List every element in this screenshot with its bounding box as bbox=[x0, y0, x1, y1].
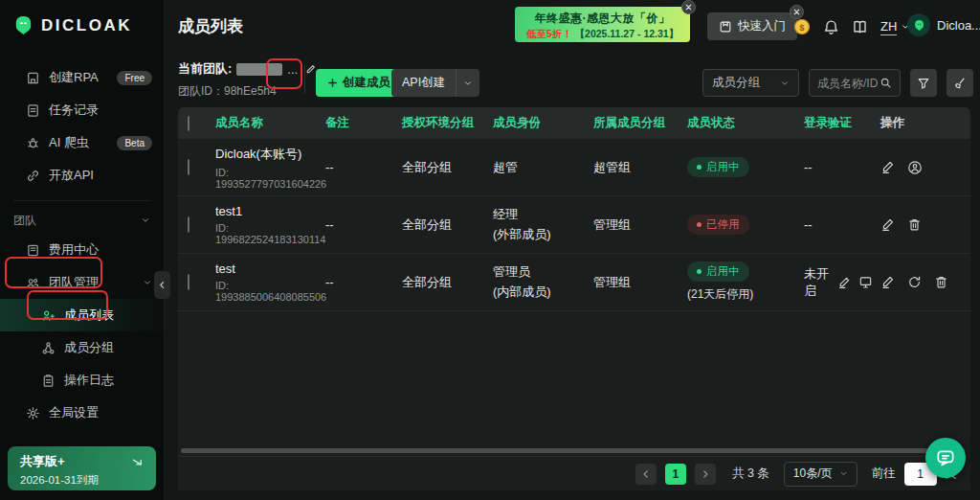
member-group: 超管组 bbox=[593, 159, 687, 176]
table-row: test ID: 1993885006408085506 -- 全部分组 管理员… bbox=[178, 254, 970, 311]
status-badge: 启用中 bbox=[687, 261, 749, 282]
monitor-icon[interactable] bbox=[858, 275, 873, 289]
login-verify: 未开启 bbox=[804, 265, 830, 300]
filter-button[interactable] bbox=[910, 69, 937, 97]
svg-text:$: $ bbox=[799, 22, 805, 33]
org-group-icon bbox=[41, 341, 56, 355]
member-search-input[interactable] bbox=[817, 77, 880, 90]
language-switcher[interactable]: ZH bbox=[880, 19, 910, 35]
user-menu[interactable]: Dicloa... bbox=[907, 13, 980, 36]
api-create-dropdown[interactable] bbox=[456, 69, 479, 97]
col-header-actions: 操作 bbox=[880, 115, 970, 131]
delete-icon[interactable] bbox=[934, 275, 948, 289]
chevron-down-icon bbox=[143, 278, 152, 287]
member-name: test1 bbox=[215, 204, 318, 218]
horizontal-scrollbar[interactable] bbox=[181, 448, 965, 453]
brand-logo[interactable]: DICLOAK bbox=[0, 0, 164, 36]
page-number-button[interactable]: 1 bbox=[665, 464, 686, 485]
member-name: Dicloak(本账号) bbox=[215, 146, 318, 163]
member-table: 成员名称 备注 授权环境分组 成员身份 所属成员分组 成员状态 登录验证 操作 … bbox=[178, 107, 970, 490]
sidebar-item-label: AI 爬虫 bbox=[49, 134, 89, 151]
member-group-select[interactable]: 成员分组 bbox=[702, 69, 799, 97]
bell-icon[interactable] bbox=[823, 19, 839, 35]
profile-icon[interactable] bbox=[907, 160, 923, 175]
coin-icon[interactable]: $ bbox=[793, 18, 811, 35]
api-create-button[interactable]: API创建 bbox=[391, 69, 479, 97]
plan-title: 共享版+ bbox=[20, 453, 65, 470]
delete-icon[interactable] bbox=[907, 217, 922, 232]
promo-period: 【2025.11.27 - 12.31】 bbox=[575, 28, 679, 39]
member-identity: 管理员 bbox=[493, 263, 586, 281]
sidebar-item-label: 任务记录 bbox=[49, 102, 99, 119]
dicloak-mask-icon bbox=[12, 14, 34, 36]
member-env-group: 全部分组 bbox=[402, 216, 493, 234]
plan-card[interactable]: 共享版+ 2026-01-31到期 bbox=[8, 446, 156, 490]
login-verify: -- bbox=[804, 217, 880, 232]
member-note: -- bbox=[325, 275, 402, 289]
sidebar-item-team-management[interactable]: 团队管理 bbox=[0, 266, 164, 299]
pagination-bar: 1 共 3 条 10条/页 前往 页 bbox=[178, 456, 970, 490]
promo-title: 年终盛惠·感恩大放「价」 bbox=[515, 11, 690, 27]
promo-banner[interactable]: 年终盛惠·感恩大放「价」 低至5折！ 【2025.11.27 - 12.31】 bbox=[515, 7, 690, 42]
prev-page-button[interactable] bbox=[635, 464, 657, 485]
sidebar-item-task-log[interactable]: 任务记录 bbox=[0, 94, 164, 126]
sidebar-item-label: 全局设置 bbox=[49, 404, 99, 421]
quick-start-close-icon[interactable] bbox=[790, 5, 804, 19]
sidebar-item-global-settings[interactable]: 全局设置 bbox=[0, 397, 164, 429]
member-list-icon bbox=[41, 308, 56, 323]
member-identity: 超管 bbox=[493, 159, 593, 176]
table-header-row: 成员名称 备注 授权环境分组 成员身份 所属成员分组 成员状态 登录验证 操作 bbox=[178, 107, 970, 139]
sidebar-section-team[interactable]: 团队 bbox=[0, 207, 164, 234]
page-size-select[interactable]: 10条/页 bbox=[784, 462, 858, 487]
create-member-button[interactable]: 创建成员 bbox=[316, 69, 402, 97]
member-note: -- bbox=[325, 217, 402, 232]
sidebar-item-open-api[interactable]: 开放API bbox=[0, 159, 164, 192]
edit-icon[interactable] bbox=[880, 160, 895, 174]
member-id: ID: 1993527797031604226 bbox=[215, 167, 318, 190]
sidebar-item-label: 费用中心 bbox=[49, 241, 99, 259]
gear-icon bbox=[26, 406, 40, 420]
plan-expiry: 2026-01-31到期 bbox=[20, 473, 145, 488]
sidebar-item-member-groups[interactable]: 成员分组 bbox=[0, 331, 164, 364]
sidebar-item-billing[interactable]: 费用中心 bbox=[0, 234, 164, 266]
member-identity-sub: (内部成员) bbox=[493, 284, 586, 301]
member-env-group: 全部分组 bbox=[402, 159, 493, 176]
row-checkbox[interactable] bbox=[188, 274, 189, 290]
edit-icon[interactable] bbox=[880, 275, 895, 289]
edit-icon[interactable] bbox=[880, 217, 895, 232]
member-identity: 经理 bbox=[493, 206, 586, 223]
row-checkbox[interactable] bbox=[188, 216, 189, 233]
sidebar-collapse-handle[interactable] bbox=[154, 271, 170, 299]
sidebar-item-ai-crawler[interactable]: AI 爬虫 Beta bbox=[0, 126, 164, 159]
sidebar-item-member-list[interactable]: 成员列表 bbox=[0, 299, 164, 331]
sidebar-item-operation-log[interactable]: 操作日志 bbox=[0, 364, 164, 397]
chevron-left-icon bbox=[158, 281, 167, 289]
member-env-group: 全部分组 bbox=[402, 274, 493, 291]
refresh-icon[interactable] bbox=[907, 275, 922, 289]
main-content: 成员列表 年终盛惠·感恩大放「价」 低至5折！ 【2025.11.27 - 12… bbox=[165, 0, 980, 500]
row-checkbox[interactable] bbox=[188, 159, 189, 175]
sidebar-item-create-rpa[interactable]: 创建RPA Free bbox=[0, 61, 164, 94]
username: Dicloa... bbox=[937, 18, 980, 33]
page-size-value: 10条/页 bbox=[793, 466, 833, 482]
sidebar-item-label: 开放API bbox=[49, 167, 94, 184]
team-name-ellipsis: ... bbox=[287, 62, 298, 77]
docs-book-icon[interactable] bbox=[852, 19, 868, 35]
col-header-status: 成员状态 bbox=[687, 115, 804, 131]
promo-close-icon[interactable] bbox=[681, 0, 696, 14]
col-header-name: 成员名称 bbox=[215, 115, 325, 131]
search-icon[interactable] bbox=[880, 77, 892, 89]
clear-filter-button[interactable] bbox=[947, 69, 973, 97]
support-chat-button[interactable] bbox=[925, 438, 966, 478]
next-page-button[interactable] bbox=[695, 464, 716, 485]
quick-start-button[interactable]: 快速入门 bbox=[707, 12, 797, 40]
team-name-redacted bbox=[236, 63, 282, 76]
status-note: (21天后停用) bbox=[687, 286, 796, 303]
member-group-select-value: 成员分组 bbox=[712, 75, 760, 91]
edit-verify-icon[interactable] bbox=[837, 276, 851, 289]
login-verify: -- bbox=[804, 160, 880, 174]
member-name: test bbox=[215, 261, 318, 276]
chevron-left-icon bbox=[641, 469, 651, 479]
plus-icon bbox=[327, 78, 338, 88]
select-all-checkbox[interactable] bbox=[188, 116, 189, 131]
